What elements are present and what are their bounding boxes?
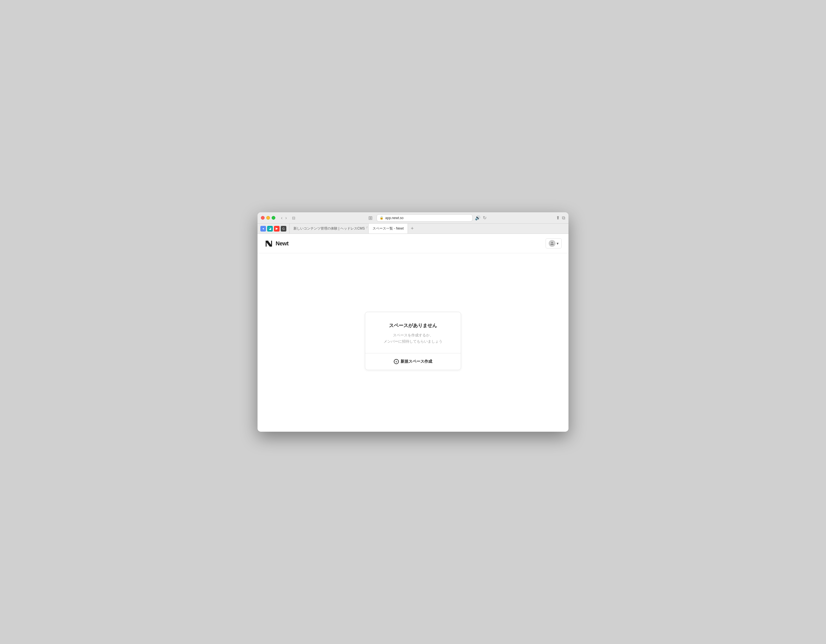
tab-1[interactable]: 新しいコンテンツ管理の体験 | ヘッドレスCMS「Newt」 [289, 223, 369, 234]
bookmark-3[interactable]: ▶ [274, 226, 279, 231]
url-text: app.newt.so [385, 216, 404, 220]
user-avatar [549, 240, 556, 247]
url-bar[interactable]: 🔒 app.newt.so [377, 214, 473, 222]
lock-icon: 🔒 [380, 216, 384, 220]
logo: Newt [264, 239, 289, 248]
nav-arrows: ‹ › [280, 215, 288, 221]
create-space-button[interactable]: + 新規スペース作成 [391, 358, 435, 365]
header-right: ▾ [546, 238, 562, 248]
empty-state-card: スペースがありません スペースを作成するか、 メンバーに招待してもらいましょう … [365, 312, 461, 370]
empty-state-description: スペースを作成するか、 メンバーに招待してもらいましょう [374, 332, 452, 345]
empty-state-title: スペースがありません [374, 322, 452, 329]
mac-window: ‹ › ⊟ ⊞ 🔒 app.newt.so 🔊 ↻ ⬆ ⧉ ◂ ◪ ▶ G 新 [258, 212, 568, 432]
logo-icon [264, 239, 273, 248]
user-menu-button[interactable]: ▾ [546, 238, 562, 248]
sidebar-toggle-button[interactable]: ⊟ [290, 215, 297, 221]
title-bar: ‹ › ⊟ ⊞ 🔒 app.newt.so 🔊 ↻ ⬆ ⧉ [258, 212, 568, 223]
share-button[interactable]: ⬆ [556, 215, 560, 220]
volume-button[interactable]: 🔊 [475, 215, 481, 220]
url-bar-area: ⊞ 🔒 app.newt.so 🔊 ↻ [300, 214, 554, 222]
tab-bar: ◂ ◪ ▶ G 新しいコンテンツ管理の体験 | ヘッドレスCMS「Newt」 ス… [258, 223, 568, 234]
app-header: Newt ▾ [258, 234, 568, 253]
empty-state-body: スペースがありません スペースを作成するか、 メンバーに招待してもらいましょう [365, 312, 461, 353]
tab-2[interactable]: スペース一覧 - Newt [369, 223, 408, 234]
main-content: スペースがありません スペースを作成するか、 メンバーに招待してもらいましょう … [258, 253, 568, 428]
bookmarks-bar: ◂ ◪ ▶ G [258, 223, 289, 234]
bookmark-2[interactable]: ◪ [267, 226, 273, 231]
traffic-lights [261, 216, 275, 220]
dropdown-arrow: ▾ [557, 241, 559, 246]
toolbar-right: ⬆ ⧉ [556, 215, 565, 220]
close-button[interactable] [261, 216, 265, 220]
bookmark-4[interactable]: G [281, 226, 286, 231]
bookmark-1[interactable]: ◂ [260, 226, 266, 231]
duplicate-button[interactable]: ⧉ [562, 216, 565, 220]
empty-state-footer: + 新規スペース作成 [365, 353, 461, 370]
forward-button[interactable]: › [284, 215, 288, 221]
refresh-button[interactable]: ↻ [483, 215, 486, 220]
tabs-container: 新しいコンテンツ管理の体験 | ヘッドレスCMS「Newt」 スペース一覧 - … [289, 223, 568, 234]
plus-circle-icon: + [394, 359, 399, 364]
add-tab-button[interactable]: + [408, 223, 417, 234]
minimize-button[interactable] [266, 216, 270, 220]
logo-text: Newt [276, 240, 289, 247]
new-tab-button[interactable]: ⊞ [366, 214, 374, 222]
back-button[interactable]: ‹ [280, 215, 284, 221]
app-content: Newt ▾ スペースがありません スペースを作成するか、 メンバーに招待して [258, 234, 568, 432]
maximize-button[interactable] [272, 216, 275, 220]
